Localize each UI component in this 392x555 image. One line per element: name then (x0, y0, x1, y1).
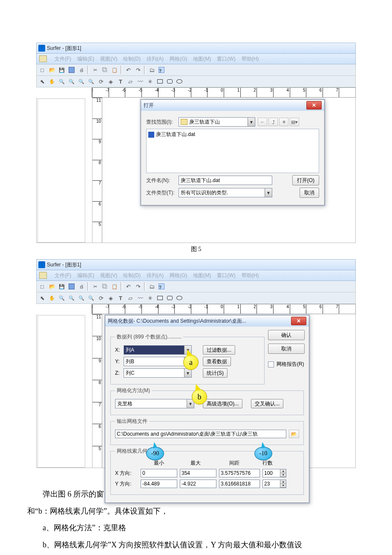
menu-draw[interactable]: 绘制(D) (123, 272, 141, 279)
menu-arrange[interactable]: 排列(A) (147, 272, 164, 279)
menu-map[interactable]: 地图(M) (193, 55, 211, 63)
view-data-button[interactable]: 查看数据 (203, 357, 231, 366)
file-list[interactable]: 庚三轨道下山.dat (146, 129, 319, 173)
pan-icon[interactable] (48, 78, 56, 85)
cancel-button[interactable]: 取消 (268, 344, 305, 354)
menu-file[interactable]: 文件(F) (55, 272, 71, 279)
filename-input[interactable]: 庚三轨道下山.dat (179, 176, 272, 185)
rectangle-icon[interactable] (156, 78, 164, 85)
menu-grid[interactable]: 网格(G) (170, 55, 187, 63)
rotate-icon[interactable]: ◈ (107, 294, 115, 302)
menu-window[interactable]: 窗口(W) (217, 55, 235, 63)
close-icon[interactable]: ✕ (291, 317, 306, 325)
zoom-in-icon[interactable] (58, 78, 66, 85)
menu-window[interactable]: 窗口(W) (217, 272, 235, 279)
paste-icon[interactable] (111, 66, 118, 74)
object-manager-icon[interactable]: 🗂 (148, 283, 156, 290)
zoom-fit-icon[interactable] (87, 78, 95, 85)
polyline-icon[interactable] (136, 294, 144, 302)
menu-draw[interactable]: 绘制(D) (123, 55, 141, 63)
rectangle-icon[interactable] (156, 294, 164, 302)
view-menu-icon[interactable]: ▤▾ (290, 118, 299, 126)
cut-icon[interactable] (91, 66, 99, 74)
polygon-icon[interactable] (127, 78, 134, 85)
save-icon[interactable] (58, 283, 66, 290)
object-manager-icon[interactable]: 🗂 (148, 66, 156, 74)
drawing-canvas[interactable]: 打开 ✕ 查找范围(I): 庚三轨道下山 ▼ ← ⮥ (102, 98, 355, 243)
rounded-rect-icon[interactable] (166, 294, 173, 302)
y-column-combo[interactable]: 列B▼ (124, 357, 192, 366)
reshape-icon[interactable]: ⟳ (97, 294, 105, 302)
file-list-item[interactable]: 庚三轨道下山.dat (148, 131, 233, 138)
rotate-icon[interactable]: ◈ (107, 78, 115, 85)
paste-icon[interactable] (111, 283, 118, 290)
menu-view[interactable]: 视图(V) (100, 272, 117, 279)
zoom-fit-icon[interactable] (87, 294, 95, 302)
pointer-icon[interactable]: ⬉ (38, 78, 46, 85)
copy-icon[interactable] (101, 283, 109, 290)
new-icon[interactable] (38, 283, 46, 290)
gridding-method-combo[interactable]: 克里格▼ (115, 399, 194, 408)
undo-icon[interactable] (124, 283, 132, 290)
print-icon[interactable] (78, 283, 85, 290)
undo-icon[interactable] (124, 66, 132, 74)
pan-icon[interactable] (48, 294, 56, 302)
menu-grid[interactable]: 网格(G) (170, 272, 187, 279)
filetype-combo[interactable]: 所有可以识别的类型.▼ (179, 188, 272, 197)
x-column-combo[interactable]: 列A▼ (124, 345, 192, 355)
menu-map[interactable]: 地图(M) (193, 272, 211, 279)
close-icon[interactable]: ✕ (306, 101, 322, 110)
pointer-icon[interactable]: ⬉ (38, 294, 46, 302)
polygon-icon[interactable] (127, 294, 134, 302)
cancel-button[interactable]: 取消 (300, 188, 319, 198)
advanced-options-button[interactable]: 高级选项(O)... (203, 399, 242, 408)
redo-icon[interactable] (134, 283, 142, 290)
zoom-rect-icon[interactable] (78, 294, 85, 302)
chevron-down-icon[interactable]: ▼ (248, 118, 255, 126)
spreadsheet-icon[interactable] (68, 66, 75, 74)
menu-edit[interactable]: 编辑(E) (77, 272, 94, 279)
context-help-icon[interactable] (158, 66, 165, 74)
x-step-input[interactable]: 3.575757576 (219, 469, 260, 477)
menu-help[interactable]: 帮助(H) (242, 55, 259, 63)
lookin-combo[interactable]: 庚三轨道下山 ▼ (179, 117, 255, 127)
zoom-out-icon[interactable] (68, 294, 75, 302)
browse-icon[interactable]: 📂 (289, 430, 299, 438)
open-icon[interactable] (48, 283, 56, 290)
text-icon[interactable] (117, 78, 124, 85)
back-icon[interactable]: ← (258, 118, 267, 126)
chevron-down-icon[interactable]: ▼ (265, 188, 272, 197)
redo-icon[interactable] (134, 66, 142, 74)
menu-view[interactable]: 视图(V) (100, 55, 117, 63)
ellipse-icon[interactable] (176, 294, 183, 302)
menu-bar[interactable]: 文件(F) 编辑(E) 视图(V) 绘制(D) 排列(A) 网格(G) 地图(M… (36, 54, 356, 64)
new-icon[interactable] (38, 66, 46, 74)
menu-help[interactable]: 帮助(H) (242, 272, 259, 279)
y-n-spin[interactable]: 23▴▾ (262, 480, 286, 488)
ok-button[interactable]: 确认 (268, 330, 305, 340)
up-folder-icon[interactable]: ⮥ (268, 118, 278, 126)
y-max-input[interactable]: -4.922 (180, 480, 216, 488)
cut-icon[interactable] (91, 283, 99, 290)
open-button[interactable]: 打开(O) (292, 175, 319, 185)
open-icon[interactable] (48, 66, 56, 74)
y-min-input[interactable]: -84.489 (141, 480, 177, 488)
x-min-input[interactable]: 0 (141, 469, 177, 477)
polyline-icon[interactable] (136, 78, 144, 85)
menu-file[interactable]: 文件(F) (55, 55, 71, 63)
z-column-combo[interactable]: 列C▼ (124, 368, 192, 378)
spreadsheet-icon[interactable] (68, 283, 75, 290)
symbol-icon[interactable] (146, 78, 154, 85)
text-icon[interactable] (117, 294, 124, 302)
y-step-input[interactable]: 3.616681818 (219, 480, 260, 488)
menu-arrange[interactable]: 排列(A) (147, 55, 164, 63)
statistics-button[interactable]: 统计(S) (203, 368, 228, 378)
reshape-icon[interactable]: ⟳ (97, 78, 105, 85)
x-max-input[interactable]: 354 (180, 469, 216, 477)
zoom-in-icon[interactable] (58, 294, 66, 302)
cross-validate-button[interactable]: 交叉确认... (251, 399, 283, 408)
print-icon[interactable] (78, 66, 85, 74)
filter-data-button[interactable]: 过滤数据... (203, 345, 235, 355)
save-icon[interactable] (58, 66, 66, 74)
drawing-canvas[interactable]: 网格化数据- C:\Documents and Settings\Adminis… (102, 314, 355, 468)
